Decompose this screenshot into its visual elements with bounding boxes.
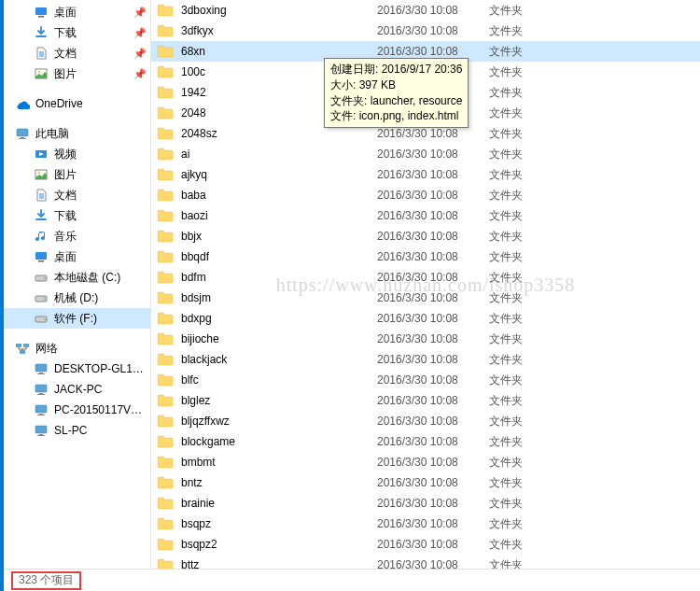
sidebar-item-thispc-child[interactable]: 本地磁盘 (C:): [4, 267, 150, 288]
sidebar-item-onedrive[interactable]: OneDrive: [4, 93, 150, 114]
table-row[interactable]: bmbmt2016/3/30 10:08文件夹: [151, 452, 700, 472]
folder-icon: [157, 45, 174, 58]
sidebar-label: OneDrive: [35, 97, 83, 110]
sidebar-nav[interactable]: 桌面📌下载📌文档📌图片📌 OneDrive 此电脑 视频图片文档下载音乐桌面本地…: [4, 0, 151, 569]
sidebar-label: 机械 (D:): [54, 290, 98, 306]
table-row[interactable]: brainie2016/3/30 10:08文件夹: [151, 493, 700, 514]
table-row[interactable]: baba2016/3/30 10:08文件夹: [151, 185, 700, 205]
file-type: 文件夹: [489, 537, 564, 553]
folder-icon: [157, 148, 174, 161]
table-row[interactable]: bbqdf2016/3/30 10:08文件夹: [151, 246, 700, 267]
table-row[interactable]: blockgame2016/3/30 10:08文件夹: [151, 431, 700, 452]
file-name: bbqdf: [181, 250, 377, 263]
sidebar-label: 图片: [54, 167, 77, 183]
status-item-count: 323 个项目: [11, 571, 81, 590]
sidebar-item-quickaccess[interactable]: 图片📌: [4, 63, 150, 84]
sidebar-item-network[interactable]: 网络: [4, 338, 150, 359]
folder-icon: [157, 24, 174, 37]
file-date: 2016/3/30 10:08: [377, 209, 489, 222]
svg-rect-0: [35, 7, 47, 15]
file-name: bdfm: [181, 271, 377, 284]
sidebar-item-thispc-child[interactable]: 软件 (F:): [4, 308, 150, 329]
file-type: 文件夹: [489, 290, 564, 306]
sidebar-item-thispc-child[interactable]: 视频: [4, 144, 150, 164]
pc-icon: [34, 423, 49, 438]
tooltip-created: 创建日期: 2016/9/17 20:36: [330, 62, 462, 77]
svg-rect-19: [23, 344, 29, 347]
sidebar-item-network-pc[interactable]: SL-PC: [4, 420, 150, 441]
file-name: bsqpz: [181, 517, 377, 530]
table-row[interactable]: bdsjm2016/3/30 10:08文件夹: [151, 288, 700, 308]
desktop-icon: [34, 5, 49, 20]
table-row[interactable]: bntz2016/3/30 10:08文件夹: [151, 472, 700, 493]
file-name: brainie: [181, 497, 377, 510]
sidebar-label: SL-PC: [54, 424, 87, 437]
sidebar-item-network-pc[interactable]: PC-20150117VUD: [4, 400, 150, 420]
svg-rect-28: [39, 414, 43, 415]
sidebar-item-thispc-child[interactable]: 图片: [4, 164, 150, 185]
file-date: 2016/3/30 10:08: [377, 4, 489, 17]
sidebar-item-network-pc[interactable]: JACK-PC: [4, 379, 150, 400]
table-row[interactable]: bdxpg2016/3/30 10:08文件夹: [151, 308, 700, 329]
drive-icon: [34, 270, 49, 285]
svg-rect-26: [37, 394, 45, 395]
file-type: 文件夹: [489, 249, 564, 265]
table-row[interactable]: bbjx2016/3/30 10:08文件夹: [151, 226, 700, 246]
file-type: 文件夹: [489, 352, 564, 368]
table-row[interactable]: bijioche2016/3/30 10:08文件夹: [151, 329, 700, 349]
svg-rect-4: [17, 129, 28, 136]
file-date: 2016/3/30 10:08: [377, 558, 489, 569]
folder-icon: [157, 456, 174, 469]
file-name: bntz: [181, 476, 377, 489]
sidebar-item-thispc-child[interactable]: 机械 (D:): [4, 288, 150, 308]
file-date: 2016/3/30 10:08: [377, 271, 489, 284]
table-row[interactable]: baozi2016/3/30 10:08文件夹: [151, 205, 700, 226]
table-row[interactable]: bttz2016/3/30 10:08文件夹: [151, 555, 700, 569]
table-row[interactable]: ajkyq2016/3/30 10:08文件夹: [151, 164, 700, 185]
folder-icon: [157, 497, 174, 510]
table-row[interactable]: 3dboxing2016/3/30 10:08文件夹: [151, 0, 700, 21]
sidebar-item-quickaccess[interactable]: 文档📌: [4, 43, 150, 63]
folder-icon: [157, 65, 174, 78]
table-row[interactable]: blglez2016/3/30 10:08文件夹: [151, 390, 700, 411]
sidebar-item-quickaccess[interactable]: 桌面📌: [4, 2, 150, 22]
sidebar-item-thispc-child[interactable]: 下载: [4, 205, 150, 226]
sidebar-item-quickaccess[interactable]: 下载📌: [4, 22, 150, 43]
folder-icon: [157, 517, 174, 530]
tooltip-folders: 文件夹: launcher, resource: [330, 93, 462, 109]
file-type: 文件夹: [489, 270, 564, 286]
sidebar-item-thispc[interactable]: 此电脑: [4, 123, 150, 144]
sidebar-label: 文档: [54, 46, 77, 62]
svg-rect-24: [35, 385, 47, 392]
sidebar-item-thispc-child[interactable]: 桌面: [4, 246, 150, 267]
table-row[interactable]: bsqpz22016/3/30 10:08文件夹: [151, 534, 700, 555]
file-date: 2016/3/30 10:08: [377, 230, 489, 243]
file-name: ajkyq: [181, 168, 377, 181]
file-date: 2016/3/30 10:08: [377, 291, 489, 304]
sidebar-label: 网络: [35, 341, 58, 357]
folder-icon: [157, 394, 174, 407]
file-date: 2016/3/30 10:08: [377, 415, 489, 428]
table-row[interactable]: 3dfkyx2016/3/30 10:08文件夹: [151, 21, 700, 41]
sidebar-item-thispc-child[interactable]: 文档: [4, 185, 150, 205]
folder-icon: [157, 250, 174, 263]
pin-icon: 📌: [133, 48, 147, 60]
table-row[interactable]: blackjack2016/3/30 10:08文件夹: [151, 349, 700, 370]
sidebar-item-thispc-child[interactable]: 音乐: [4, 226, 150, 246]
folder-icon: [157, 86, 174, 99]
pin-icon: 📌: [133, 7, 147, 19]
thispc-icon: [15, 126, 30, 141]
table-row[interactable]: bsqpz2016/3/30 10:08文件夹: [151, 514, 700, 534]
sidebar-item-network-pc[interactable]: DESKTOP-GL10RP: [4, 359, 150, 379]
file-list-pane: 3dboxing2016/3/30 10:08文件夹3dfkyx2016/3/3…: [151, 0, 700, 569]
folder-icon: [157, 373, 174, 387]
pc-icon: [34, 361, 49, 376]
table-row[interactable]: bdfm2016/3/30 10:08文件夹: [151, 267, 700, 288]
table-row[interactable]: blfc2016/3/30 10:08文件夹: [151, 370, 700, 390]
table-row[interactable]: bljqzffxwz2016/3/30 10:08文件夹: [151, 411, 700, 431]
folder-icon: [157, 4, 174, 17]
file-name: baozi: [181, 209, 377, 222]
file-name: 68xn: [181, 45, 377, 58]
svg-rect-30: [35, 426, 47, 433]
table-row[interactable]: ai2016/3/30 10:08文件夹: [151, 144, 700, 164]
